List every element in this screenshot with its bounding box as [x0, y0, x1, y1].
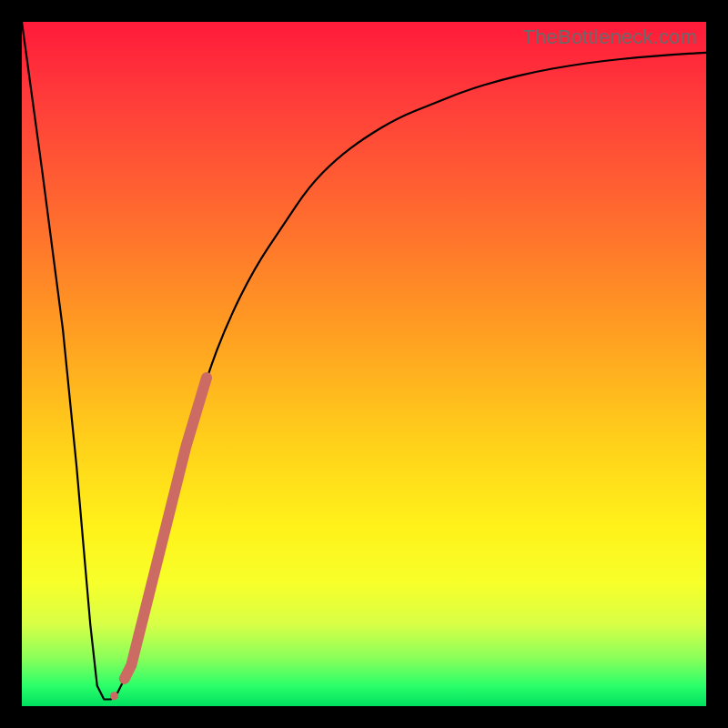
plot-area: TheBottleneck.com — [22, 22, 706, 706]
bottleneck-curve — [22, 22, 706, 699]
chart-frame: TheBottleneck.com — [0, 0, 728, 728]
highlight-dot — [133, 632, 143, 642]
curve-layer — [22, 22, 706, 706]
highlight-dot — [110, 692, 118, 700]
highlight-dot — [121, 671, 131, 681]
